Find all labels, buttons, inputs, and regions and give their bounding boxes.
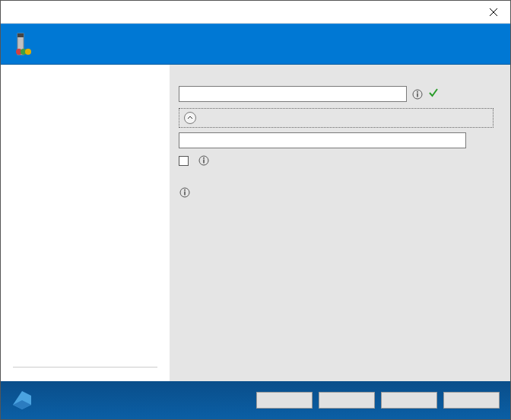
svg-point-12 bbox=[203, 158, 205, 159]
banner-icon bbox=[13, 32, 33, 56]
review-button[interactable] bbox=[381, 392, 437, 409]
close-icon bbox=[490, 8, 497, 16]
server-databases-label-input[interactable] bbox=[179, 132, 466, 148]
footer bbox=[1, 381, 510, 419]
svg-rect-3 bbox=[17, 33, 24, 37]
reporting-note bbox=[179, 186, 494, 199]
svg-point-6 bbox=[25, 49, 31, 55]
success-check-icon bbox=[428, 88, 439, 100]
title-bar bbox=[1, 1, 510, 24]
svg-point-15 bbox=[184, 189, 186, 191]
chevron-up-icon bbox=[184, 112, 196, 124]
svg-point-9 bbox=[417, 91, 418, 92]
svg-rect-14 bbox=[184, 192, 186, 196]
info-icon bbox=[179, 186, 191, 199]
previous-button[interactable] bbox=[256, 392, 313, 409]
next-button[interactable] bbox=[319, 392, 375, 409]
cancel-button[interactable] bbox=[443, 392, 500, 409]
svg-rect-8 bbox=[417, 93, 418, 97]
info-icon[interactable] bbox=[411, 88, 424, 100]
product-logo-icon bbox=[11, 390, 33, 411]
main-panel bbox=[170, 65, 510, 381]
close-button[interactable] bbox=[476, 1, 510, 23]
svg-rect-11 bbox=[203, 160, 205, 164]
use-preexisting-checkbox[interactable] bbox=[179, 156, 189, 166]
sql-server-instance-input[interactable] bbox=[179, 86, 407, 102]
advanced-options-toggle[interactable] bbox=[179, 108, 494, 128]
sidebar-divider bbox=[13, 367, 157, 368]
banner bbox=[1, 24, 510, 65]
sidebar bbox=[1, 65, 170, 381]
titlebar-buttons bbox=[476, 1, 510, 23]
info-icon[interactable] bbox=[198, 154, 210, 167]
